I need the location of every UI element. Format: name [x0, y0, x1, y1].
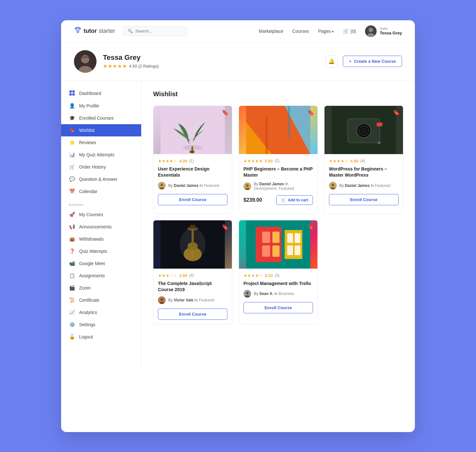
dashboard-icon [69, 90, 75, 97]
sidebar-label-wishlist: Wishlist [79, 128, 95, 133]
course-card-javascript: 🔖 ★★★☆☆ 3.00 (4) The Complete JavaScript… [153, 220, 232, 325]
stars-ux: ★★★★☆ [158, 159, 177, 163]
stars-js: ★★★☆☆ [158, 273, 177, 278]
sidebar-item-zoom[interactable]: 🎬 Zoom [61, 282, 141, 294]
nav-marketplace[interactable]: Marketplace [259, 29, 283, 34]
wishlist-icon: 🔖 [69, 127, 75, 133]
profile-actions: 🔔 + Create a New Course [325, 55, 402, 68]
sidebar-item-reviews[interactable]: ⭐ Reviews [61, 136, 141, 149]
sidebar-label-dashboard: Dashboard [79, 91, 101, 96]
create-new-course-button[interactable]: + Create a New Course [343, 56, 402, 67]
enroll-button-ux[interactable]: Enroll Course [158, 194, 227, 205]
bookmark-icon-php[interactable]: 🔖 [307, 109, 314, 116]
nav-pages[interactable]: Pages [318, 29, 334, 34]
course-image-pm: 🔖 [239, 220, 317, 269]
settings-icon: ⚙️ [69, 322, 75, 327]
sidebar-label-announcements: Announcements [79, 224, 112, 229]
svg-rect-32 [349, 121, 354, 124]
bookmark-icon-ux[interactable]: 🔖 [222, 109, 229, 116]
sidebar-item-google-meet[interactable]: 📹 Google Meet [61, 257, 141, 270]
app-container: tutorstarter 🔍 Marketplace Courses Pages… [61, 20, 415, 432]
svg-rect-54 [272, 232, 279, 243]
svg-point-24 [246, 184, 249, 187]
add-to-cart-button-php[interactable]: 🛒 Add to cart [276, 195, 313, 205]
course-author-wp: By Daniel James In Featured [329, 182, 398, 189]
sidebar-item-analytics[interactable]: 📈 Analytics [61, 306, 141, 318]
sidebar: Dashboard 👤 My Profile 🎓 Enrolled Course… [61, 81, 142, 370]
svg-rect-57 [287, 233, 293, 243]
calendar-icon: 📅 [69, 189, 75, 194]
svg-rect-52 [262, 232, 270, 243]
nav-links: Marketplace Courses Pages 🛒 (0) Hello Te [259, 25, 402, 37]
sidebar-label-withdrawals: Withdrawals [79, 236, 104, 242]
svg-point-1 [77, 31, 78, 32]
sidebar-item-my-quiz-attempts[interactable]: 📊 My Quiz Attempts [61, 149, 141, 161]
sidebar-item-my-profile[interactable]: 👤 My Profile [61, 100, 141, 112]
profile-rating: 4.50 (2 Ratings) [129, 64, 159, 69]
search-input[interactable] [135, 29, 182, 33]
user-avatar-header [365, 25, 377, 37]
search-box[interactable]: 🔍 [123, 26, 187, 36]
rating-num-php: 5.00 [265, 159, 273, 163]
sidebar-item-announcements[interactable]: 📢 Announcements [61, 221, 141, 233]
author-avatar-wp [329, 182, 337, 189]
bookmark-icon-pm[interactable]: 🔖 [307, 224, 314, 231]
sidebar-item-assignments[interactable]: 📋 Assignments [61, 270, 141, 282]
sidebar-item-logout[interactable]: 🔓 Logout [61, 331, 141, 343]
enroll-button-pm[interactable]: Enroll Course [243, 302, 313, 313]
course-rating-php: ★★★★★ 5.00 (2) [243, 159, 313, 163]
author-avatar-php [243, 182, 251, 190]
course-author-pm: By Sean X. In Business [243, 290, 313, 298]
course-body-ux: ★★★★☆ 4.00 (1) User Experience Design Es… [153, 154, 232, 210]
certificate-icon: 📜 [69, 297, 75, 303]
logo[interactable]: tutorstarter [74, 27, 115, 35]
sidebar-item-enrolled-courses[interactable]: 🎓 Enrolled Courses [61, 112, 141, 124]
sidebar-item-question-answer[interactable]: 💬 Question & Answer [61, 173, 141, 185]
my-courses-icon: 🚀 [69, 212, 75, 217]
svg-rect-31 [377, 123, 382, 126]
instructor-section-label: Instructor [61, 198, 141, 208]
enroll-button-js[interactable]: Enroll Course [158, 309, 227, 320]
courses-grid: 🔖 ★★★★☆ 4.00 (1) User Experience Design … [153, 106, 403, 325]
svg-rect-42 [190, 225, 195, 228]
bookmark-icon-js[interactable]: 🔖 [222, 224, 229, 231]
sidebar-label-reviews: Reviews [79, 140, 96, 145]
enrolled-icon: 🎓 [69, 115, 75, 121]
sidebar-item-withdrawals[interactable]: 👜 Withdrawals [61, 233, 141, 245]
svg-rect-10 [69, 93, 72, 96]
rating-count-ux: (1) [189, 159, 194, 163]
course-card-wordpress: 🔖 ★★★★☆ 4.00 (4) WordPress for Beginners… [324, 106, 403, 214]
bookmark-icon-wp[interactable]: 🔖 [393, 109, 400, 116]
course-author-js: By Victor Vale In Featured [158, 296, 227, 304]
sidebar-item-certificate[interactable]: 📜 Certificate [61, 294, 141, 306]
reviews-icon: ⭐ [69, 140, 75, 145]
cart-icon: 🛒 [343, 28, 349, 34]
svg-point-16 [160, 184, 163, 186]
nav-courses[interactable]: Courses [292, 29, 309, 34]
course-image-js: 🔖 [153, 220, 232, 269]
notification-bell-button[interactable]: 🔔 [325, 55, 338, 68]
course-image-php: 🔖 [239, 106, 317, 154]
sidebar-label-settings: Settings [79, 322, 96, 327]
rating-count-pm: (3) [275, 273, 279, 278]
sidebar-item-dashboard[interactable]: Dashboard [61, 87, 141, 100]
sidebar-item-order-history[interactable]: 🛒 Order History [61, 161, 141, 173]
user-menu[interactable]: Hello Tessa Grey [365, 25, 402, 37]
course-body-wp: ★★★★☆ 4.00 (4) WordPress for Beginners –… [325, 154, 403, 210]
cart-button[interactable]: 🛒 (0) [343, 28, 356, 34]
svg-point-3 [369, 28, 373, 32]
withdrawals-icon: 👜 [69, 236, 75, 242]
sidebar-item-wishlist[interactable]: 🔖 Wishlist [61, 124, 141, 136]
sidebar-item-settings[interactable]: ⚙️ Settings [61, 318, 141, 331]
sidebar-item-calendar[interactable]: 📅 Calendar [61, 185, 141, 198]
enroll-button-wp[interactable]: Enroll Course [329, 194, 398, 205]
sidebar-item-my-courses[interactable]: 🚀 My Courses [61, 208, 141, 221]
author-name-pm: Sean X. [259, 291, 273, 296]
rating-count-wp: (4) [360, 159, 365, 163]
author-cat-php: Development, Featured [254, 186, 294, 191]
announcements-icon: 📢 [69, 224, 75, 230]
author-cat-js: Featured [199, 298, 214, 302]
svg-point-48 [160, 298, 163, 301]
rating-count-js: (4) [189, 273, 194, 278]
sidebar-item-quiz-attempts[interactable]: ❓ Quiz Attempts [61, 245, 141, 257]
